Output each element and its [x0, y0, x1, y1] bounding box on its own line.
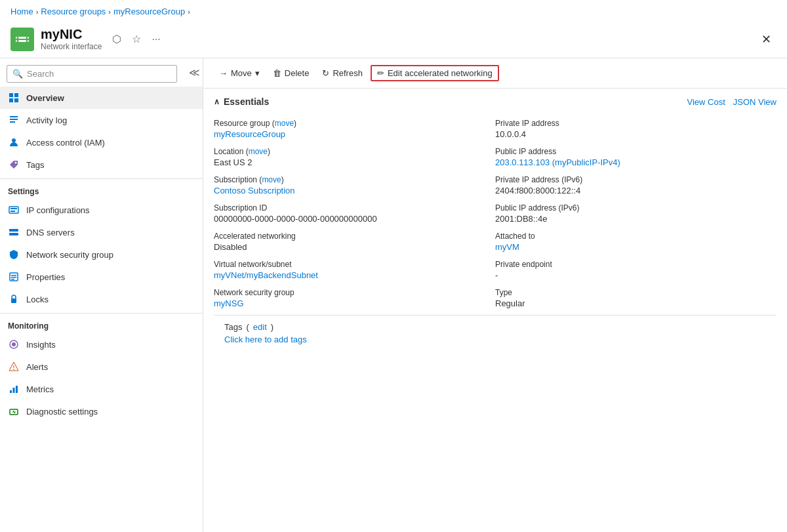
tags-label: Tags [224, 322, 242, 332]
sidebar-item-properties[interactable]: Properties [0, 266, 203, 288]
resource-group-value[interactable]: myResourceGroup [214, 129, 285, 139]
refresh-icon: ↻ [322, 68, 329, 78]
sidebar-item-label: Activity log [26, 115, 67, 125]
overview-icon [8, 92, 20, 104]
breadcrumb-home[interactable]: Home [10, 7, 33, 16]
field-public-ip: Public IP address 203.0.113.103 (myPubli… [495, 143, 777, 171]
svg-point-14 [15, 162, 17, 164]
edit-accelerated-button[interactable]: ✏ Edit accelerated networking [371, 65, 499, 81]
sidebar-item-dns-servers[interactable]: DNS servers [0, 221, 203, 243]
subscription-id-value: 00000000-0000-0000-0000-000000000000 [214, 214, 495, 224]
sidebar-item-diagnostic-settings[interactable]: Diagnostic settings [0, 400, 203, 422]
svg-rect-29 [10, 390, 12, 393]
sidebar-item-activity-log[interactable]: Activity log [0, 109, 203, 131]
location-move-link[interactable]: move [249, 147, 268, 156]
svg-rect-9 [14, 98, 18, 102]
metrics-icon [8, 383, 20, 395]
favorite-button[interactable]: ☆ [131, 31, 142, 47]
nsg-value[interactable]: myNSG [214, 298, 244, 308]
locks-icon [8, 293, 20, 305]
svg-rect-21 [11, 275, 16, 276]
field-private-ip-v6: Private IP address (IPv6) 2404:f800:8000… [495, 171, 777, 199]
sidebar-item-network-security-group[interactable]: Network security group [0, 243, 203, 266]
svg-rect-7 [14, 93, 18, 97]
tags-edit-link[interactable]: edit [253, 322, 267, 332]
field-private-endpoint: Private endpoint - [495, 256, 777, 284]
header-actions: ⬡ ☆ ··· [111, 31, 161, 47]
essentials-right-col: Private IP address 10.0.0.4 Public IP ad… [495, 115, 777, 312]
json-view-link[interactable]: JSON View [733, 97, 777, 107]
tags-add-link[interactable]: Click here to add tags [224, 335, 766, 344]
alerts-icon [8, 361, 20, 373]
activity-log-icon [8, 114, 20, 126]
move-label: Move [231, 68, 252, 78]
resource-icon [10, 28, 34, 51]
toolbar: → Move ▾ 🗑 Delete ↻ Refresh ✏ Edit accel… [203, 58, 787, 89]
field-attached-to: Attached to myVM [495, 228, 777, 256]
field-public-ip-v6: Public IP address (IPv6) 2001:DB8::4e [495, 199, 777, 228]
breadcrumb-my-resource-group[interactable]: myResourceGroup [113, 7, 185, 16]
dns-icon [8, 226, 20, 238]
breadcrumb-resource-groups[interactable]: Resource groups [41, 7, 106, 16]
field-virtual-network: Virtual network/subnet myVNet/myBackendS… [214, 256, 495, 284]
nsg-icon [8, 249, 20, 260]
sidebar-item-label: Diagnostic settings [26, 407, 98, 417]
collapse-essentials-icon[interactable]: ∧ [214, 97, 220, 106]
sidebar-item-label: Insights [26, 340, 56, 350]
refresh-label: Refresh [333, 68, 363, 78]
sidebar-item-label: Tags [26, 160, 44, 170]
pin-button[interactable]: ⬡ [111, 31, 123, 47]
iam-icon [8, 136, 20, 148]
move-button[interactable]: → Move ▾ [214, 65, 265, 81]
field-type: Type Regular [495, 284, 777, 312]
close-button[interactable]: ✕ [756, 30, 777, 49]
sidebar-item-metrics[interactable]: Metrics [0, 378, 203, 400]
resource-group-move-link[interactable]: move [275, 119, 294, 128]
move-chevron-icon: ▾ [255, 68, 260, 78]
attached-to-value[interactable]: myVM [495, 242, 519, 252]
refresh-button[interactable]: ↻ Refresh [317, 65, 368, 81]
sidebar-item-label: Metrics [26, 384, 54, 394]
svg-point-3 [17, 40, 19, 42]
svg-rect-10 [10, 116, 18, 117]
sidebar-item-label: Locks [26, 295, 49, 304]
sidebar-item-ip-configurations[interactable]: IP configurations [0, 199, 203, 221]
subscription-move-link[interactable]: move [262, 175, 281, 184]
svg-rect-30 [13, 388, 15, 393]
search-input[interactable] [27, 69, 171, 79]
virtual-network-value[interactable]: myVNet/myBackendSubnet [214, 270, 318, 280]
public-ip-value[interactable]: 203.0.113.103 (myPublicIP-IPv4) [495, 157, 620, 167]
sidebar-item-alerts[interactable]: Alerts [0, 356, 203, 378]
type-value: Regular [495, 298, 777, 308]
collapse-sidebar-button[interactable]: ≪ [186, 65, 203, 80]
svg-rect-27 [14, 365, 14, 368]
content-area: → Move ▾ 🗑 Delete ↻ Refresh ✏ Edit accel… [203, 58, 787, 532]
svg-point-5 [26, 40, 28, 42]
diagnostic-icon [8, 405, 20, 417]
sidebar-item-label: DNS servers [26, 228, 75, 237]
field-subscription-id: Subscription ID 00000000-0000-0000-0000-… [214, 199, 495, 228]
svg-point-28 [13, 369, 14, 370]
search-box: 🔍 [7, 65, 177, 83]
essentials-left-col: Resource group (move) myResourceGroup Lo… [214, 115, 495, 312]
essentials-section: ∧ Essentials View Cost JSON View Resourc… [203, 89, 787, 359]
edit-accelerated-label: Edit accelerated networking [388, 68, 493, 78]
sidebar-item-locks[interactable]: Locks [0, 288, 203, 310]
subscription-value[interactable]: Contoso Subscription [214, 186, 295, 195]
delete-button[interactable]: 🗑 Delete [268, 65, 315, 81]
sidebar-item-label: Access control (IAM) [26, 138, 105, 148]
svg-rect-22 [11, 277, 16, 278]
page-header: myNIC Network interface ⬡ ☆ ··· ✕ [0, 23, 787, 58]
accelerated-networking-value: Disabled [214, 242, 495, 252]
sidebar-item-access-control[interactable]: Access control (IAM) [0, 131, 203, 153]
sidebar-item-label: Properties [26, 272, 65, 282]
sidebar-item-insights[interactable]: Insights [0, 333, 203, 356]
sidebar-item-tags[interactable]: Tags [0, 153, 203, 176]
more-button[interactable]: ··· [150, 32, 161, 47]
main-layout: 🔍 ≪ Overview [0, 58, 787, 532]
svg-point-13 [12, 138, 16, 142]
properties-icon [8, 271, 20, 283]
sidebar-item-overview[interactable]: Overview [0, 87, 203, 109]
svg-rect-17 [10, 211, 15, 212]
view-cost-link[interactable]: View Cost [687, 97, 725, 107]
